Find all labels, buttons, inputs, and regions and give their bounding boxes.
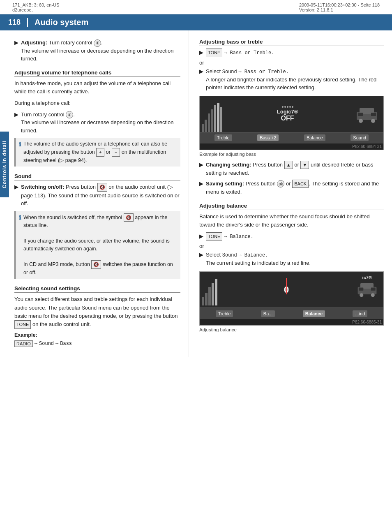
adjusting-label: Adjusting: [21, 39, 47, 46]
tone-btn: TONE [14, 320, 31, 329]
treble-tab: Treble [214, 134, 232, 141]
radio-btn: RADIO [14, 340, 33, 347]
saving-label: Saving setting: [206, 180, 244, 187]
right-column: Adjusting bass or treble ▶ TONE → Bass o… [189, 30, 392, 357]
example-label: Example: [14, 332, 180, 338]
select-balance-content: Select Sound → Balance. The current sett… [206, 251, 384, 267]
bbar-4 [212, 283, 214, 305]
info-icon-1: ℹ [19, 140, 21, 149]
adj-balance-para: Balance is used to determine whether the… [199, 213, 384, 229]
dot-1 [282, 106, 284, 108]
sound-btn: 🔇 [97, 183, 107, 192]
bass-bottom-bar: Treble Bass +2 Balance Sound [200, 132, 383, 143]
svg-point-8 [360, 293, 363, 297]
svg-point-9 [371, 293, 374, 297]
dot-5 [292, 106, 293, 108]
switching-item: ▶ Switching on/off: Press button 🔇 on th… [14, 183, 180, 208]
page-header: 118 Audio system [0, 14, 392, 30]
svg-rect-10 [359, 288, 363, 291]
img1-ref: P82.60-6884-31 [200, 143, 383, 150]
logic7-text: Logic7® [277, 109, 298, 115]
svg-rect-5 [371, 113, 376, 116]
bbar-2 [205, 293, 208, 305]
bbar-5 [215, 279, 217, 305]
bar-2 [205, 120, 207, 132]
adj-balance-heading: Adjusting balance [199, 203, 384, 210]
bba-tab: Ba... [261, 310, 275, 317]
plus-btn: + [96, 148, 104, 157]
red-line [286, 278, 287, 294]
bullet-arrow-2: ▶ [14, 111, 18, 135]
tone-step: ▶ TONE → Bass or Treble. [199, 49, 384, 57]
dot-4 [289, 106, 291, 108]
bbar-3 [208, 287, 211, 305]
balance-arrow: → Balance. [238, 252, 268, 258]
dot-2 [284, 106, 286, 108]
side-tab: Controls in detail [0, 132, 9, 197]
bar-4 [211, 109, 213, 132]
rotary-icon: ① [94, 39, 101, 47]
bullet-arrow-4: ▶ [199, 49, 203, 57]
bar-6 [217, 103, 219, 132]
content-area: ▶ Adjusting: Turn rotary control ①. The … [0, 30, 392, 357]
balance-image: 0 ic7® [199, 271, 384, 326]
car-area [350, 96, 383, 132]
bullet-arrow: ▶ [14, 39, 18, 63]
meta-right: 2009-05-11T16:00:23+02:00 - Seite 118Ver… [299, 2, 380, 12]
info-box-2: ℹ When the sound is switched off, the sy… [14, 211, 180, 279]
svg-rect-4 [358, 113, 363, 116]
img2-ref: P82.60-6885-31 [200, 319, 383, 325]
bbar-1 [202, 297, 204, 305]
sel-sound-para: You can select different bass and treble… [14, 295, 180, 329]
switching-content: Switching on/off: Press button 🔇 on the … [21, 183, 180, 208]
ok-btn: ok [277, 180, 284, 187]
vol-tel-para: In hands-free mode, you can adjust the v… [14, 79, 180, 96]
meta-left: 171_AKB; 3; 60, en-USd2ureepe, [12, 2, 59, 12]
sel-sound-heading: Selecting sound settings [14, 285, 180, 293]
down-btn: ▼ [300, 161, 309, 169]
btreble-tab: Treble [216, 310, 233, 317]
tone-btn-2: TONE [206, 49, 222, 57]
or-text-1: or [199, 60, 384, 66]
bind-tab: ...ind [353, 310, 367, 317]
logic7-dots [282, 106, 293, 108]
svg-point-3 [371, 119, 375, 123]
bass-bars-left [200, 96, 224, 132]
page-title: Audio system [35, 18, 88, 27]
rotary-icon-2: ① [66, 111, 73, 118]
bar-5 [214, 105, 216, 132]
formula-arrow-1: → [35, 341, 37, 347]
example-formula: RADIO → Sound → Bass [14, 340, 180, 347]
info-text-2: When the sound is switched off, the symb… [23, 213, 177, 277]
switching-label: Switching on/off: [21, 184, 64, 190]
tone-arrow: → Bass or Treble. [224, 50, 274, 56]
bar-3 [208, 113, 210, 132]
select-sound-content: Select Sound → Bass or Treble. A longer … [206, 67, 384, 92]
up-btn: ▲ [284, 161, 293, 169]
bullet-arrow-9: ▶ [199, 251, 203, 267]
formula-sound: Sound [39, 341, 54, 347]
bullet-arrow-6: ▶ [199, 161, 203, 177]
bass-center: Logic7® OFF [224, 96, 350, 132]
tone-btn-3: TONE [206, 232, 222, 241]
adjusting-item: ▶ Adjusting: Turn rotary control ①. The … [14, 39, 180, 63]
balance-display: 0 ic7® [200, 272, 383, 325]
turn-rotary-item: ▶ Turn rotary control ①. The volume will… [14, 111, 180, 135]
select-balance-step: ▶ Select Sound → Balance. The current se… [199, 251, 384, 267]
adjusting-content: Adjusting: Turn rotary control ①. The vo… [21, 39, 180, 63]
off-text: OFF [281, 115, 294, 122]
formula-arrow-2: → [55, 341, 58, 347]
turn-rotary-content: Turn rotary control ①. The volume will i… [21, 111, 180, 135]
changing-label: Changing setting: [206, 162, 251, 168]
balance-center: 0 [222, 272, 350, 308]
bass-tab: Bass +2 [257, 134, 279, 141]
info-text-1: The volume of the audio system or a tele… [23, 140, 177, 164]
page-number: 118 [8, 18, 28, 27]
balance-bottom-bar: Treble Ba... Balance ...ind [200, 308, 383, 319]
minus-btn: − [112, 148, 120, 157]
saving-item: ▶ Saving setting: Press button ok or BAC… [199, 180, 384, 196]
tone-balance-step: ▶ TONE → Balance. [199, 232, 384, 241]
bullet-arrow-7: ▶ [199, 180, 203, 196]
vol-tel-heading: Adjusting volume for telephone calls [14, 69, 180, 77]
tone-balance-content: TONE → Balance. [206, 232, 384, 241]
